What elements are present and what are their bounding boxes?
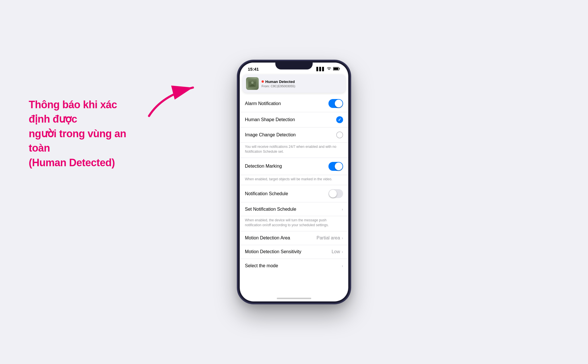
notification-schedule-label: Notification Schedule xyxy=(245,191,288,196)
motion-detection-area-label: Motion Detection Area xyxy=(245,235,290,241)
notif-title: Human Detected xyxy=(262,80,342,84)
set-notification-schedule-chevron: › xyxy=(342,207,343,212)
detection-marking-description: When enabled, target objects will be mar… xyxy=(240,175,348,185)
image-change-detection-label: Image Change Detection xyxy=(245,132,296,138)
select-mode-item[interactable]: Select the mode › xyxy=(240,259,348,273)
notification-schedule-toggle[interactable] xyxy=(328,189,343,198)
annotation-line1: Thông báo khi xác định được xyxy=(29,99,117,125)
motion-detection-area-value: Partial area xyxy=(317,235,340,241)
human-shape-detection-item[interactable]: Human Shape Detection ✓ xyxy=(240,112,348,127)
set-notification-schedule-label: Set Notification Schedule xyxy=(245,207,296,212)
phone-screen: 15:41 ▋▋▋ xyxy=(240,63,348,301)
notif-dot xyxy=(262,80,264,83)
detection-marking-toggle[interactable] xyxy=(328,162,343,171)
annotation-line3: (Human Detected) xyxy=(29,157,115,169)
notification-description: You will receive notifications 24/7 when… xyxy=(240,143,348,158)
alarm-notification-toggle-knob xyxy=(335,100,343,107)
set-notification-schedule-item[interactable]: Set Notification Schedule › xyxy=(240,202,348,216)
status-icons: ▋▋▋ xyxy=(316,67,340,71)
detection-marking-toggle-knob xyxy=(335,162,343,170)
battery-icon xyxy=(333,67,340,71)
alarm-notification-item[interactable]: Alarm Notification xyxy=(240,95,348,112)
notification-banner[interactable]: Human Detected From: C8C(E95003055) xyxy=(243,74,345,93)
annotation-text: Thông báo khi xác định được người trong … xyxy=(29,98,138,170)
home-indicator xyxy=(277,298,311,299)
motion-detection-area-chevron: › xyxy=(342,236,343,240)
svg-rect-2 xyxy=(334,67,339,70)
notification-schedule-item[interactable]: Notification Schedule xyxy=(240,185,348,202)
image-change-detection-checkbox[interactable] xyxy=(336,131,343,138)
schedule-description: When enabled, the device will turn the m… xyxy=(240,216,348,231)
motion-detection-sensitivity-item[interactable]: Motion Detection Sensitivity Low › xyxy=(240,245,348,259)
alarm-notification-label: Alarm Notification xyxy=(245,101,281,106)
human-shape-detection-checkbox[interactable]: ✓ xyxy=(336,116,343,123)
status-time: 15:41 xyxy=(248,67,259,71)
arrow-indicator xyxy=(140,75,215,126)
motion-detection-sensitivity-chevron: › xyxy=(342,249,343,254)
select-mode-label: Select the mode xyxy=(245,263,278,268)
detection-marking-label: Detection Marking xyxy=(245,164,282,169)
signal-icon: ▋▋▋ xyxy=(316,67,325,71)
human-shape-detection-label: Human Shape Detection xyxy=(245,117,295,122)
motion-detection-area-item[interactable]: Motion Detection Area Partial area › xyxy=(240,231,348,245)
alarm-notification-toggle[interactable] xyxy=(328,99,343,108)
image-change-detection-item[interactable]: Image Change Detection xyxy=(240,127,348,143)
notif-thumbnail xyxy=(246,77,259,90)
phone-frame: 15:41 ▋▋▋ xyxy=(238,61,350,303)
notification-schedule-toggle-knob xyxy=(329,190,337,198)
svg-point-5 xyxy=(251,82,254,84)
phone-notch xyxy=(275,61,313,69)
wifi-icon xyxy=(327,67,331,71)
motion-detection-area-right: Partial area › xyxy=(317,235,343,241)
motion-detection-sensitivity-label: Motion Detection Sensitivity xyxy=(245,249,301,254)
annotation-line2: người trong vùng an toàn xyxy=(29,128,126,154)
motion-detection-sensitivity-right: Low › xyxy=(332,249,343,254)
notif-text: Human Detected From: C8C(E95003055) xyxy=(262,80,342,88)
select-mode-chevron: › xyxy=(342,264,343,268)
notif-from: From: C8C(E95003055) xyxy=(262,84,342,88)
motion-detection-sensitivity-value: Low xyxy=(332,249,340,254)
detection-marking-item[interactable]: Detection Marking xyxy=(240,158,348,175)
settings-list: Alarm Notification Human Shape Detection… xyxy=(240,95,348,273)
